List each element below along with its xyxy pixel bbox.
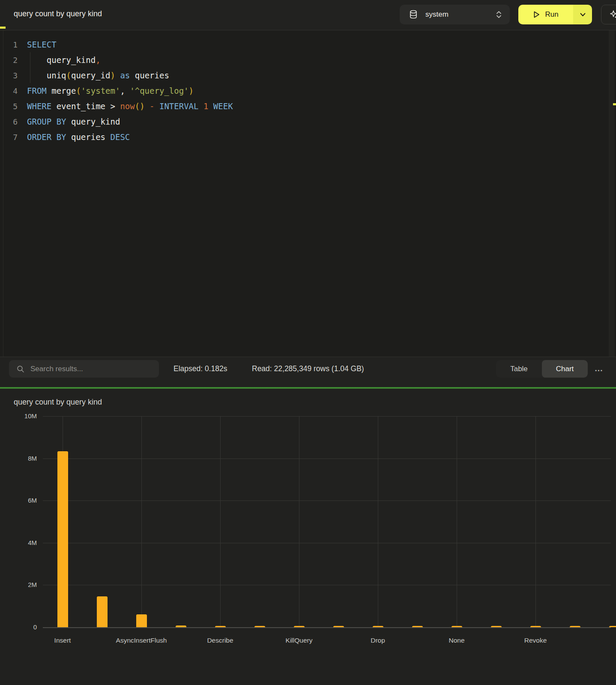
sql-token: query_kind [71, 117, 120, 126]
sql-token: > [111, 101, 115, 111]
code-line: 7ORDER BY queries DESC [0, 129, 616, 145]
chart-bar [373, 626, 383, 627]
run-button-label: Run [545, 10, 558, 19]
sql-token: WEEK [213, 101, 233, 111]
sql-editor[interactable]: 1SELECT2 query_kind,3 uniq(query_id) as … [0, 30, 616, 357]
sql-token [105, 132, 110, 142]
chart-bar [530, 626, 541, 627]
code-line: 5WHERE event_time > now() - INTERVAL 1 W… [0, 98, 616, 114]
run-split-button: Run [518, 5, 592, 24]
chart-bar [570, 626, 580, 627]
editor-scroll-marker [0, 27, 6, 29]
sql-token: WHERE [27, 101, 51, 111]
code-line: 3 uniq(query_id) as queries [0, 68, 616, 83]
sql-token: , [120, 86, 130, 95]
search-icon [17, 365, 24, 373]
unfold-icon [496, 10, 502, 19]
sql-token: 'system' [81, 86, 120, 95]
sql-token: event_time [57, 101, 105, 111]
sql-token: () [135, 101, 145, 111]
gridline [141, 416, 142, 627]
database-selector[interactable]: system [400, 5, 510, 24]
gridline [220, 416, 221, 627]
sql-token: 1 [203, 101, 208, 111]
sql-token: SELECT [27, 40, 57, 49]
database-name: system [425, 10, 496, 19]
code-text: GROUP BY query_kind [27, 117, 120, 126]
search-box[interactable] [9, 360, 159, 378]
overview-ruler-marker [613, 103, 616, 105]
sql-token: INTERVAL [159, 101, 199, 111]
x-axis-label: Insert [28, 637, 97, 644]
sql-token: merge [51, 86, 76, 95]
sql-token: as [120, 71, 130, 80]
sql-token: uniq [47, 71, 66, 80]
chart-bar [97, 596, 108, 627]
chart-bar [452, 626, 462, 627]
x-axis-label: Drop [344, 637, 412, 644]
sql-token: ) [111, 71, 115, 80]
sql-token: ORDER BY [27, 132, 66, 142]
sql-token: , [96, 55, 100, 65]
code-text: FROM merge('system', '^query_log') [27, 86, 194, 95]
code-line: 6GROUP BY query_kind [0, 114, 616, 129]
x-axis-label: KillQuery [265, 637, 333, 644]
editor-scrollbar[interactable] [609, 30, 615, 357]
gridline [535, 416, 536, 627]
tab-table[interactable]: Table [496, 360, 542, 378]
sql-token: FROM [27, 86, 47, 95]
sql-token: query_kind [47, 55, 96, 65]
sql-token [208, 101, 213, 111]
sparkles-icon [608, 9, 616, 20]
more-options-button[interactable]: ... [592, 362, 606, 375]
code-text: ORDER BY queries DESC [27, 132, 130, 142]
x-axis-label: Revoke [501, 637, 570, 644]
sql-token: query_id [71, 71, 111, 80]
sql-token: '^query_log' [130, 86, 188, 95]
read-stat: Read: 22,285,349 rows (1.04 GB) [252, 364, 364, 373]
ellipsis-icon: ... [595, 364, 603, 373]
gridline [43, 459, 611, 459]
chart-bar [609, 626, 616, 627]
gridline [299, 416, 299, 627]
gridline [43, 585, 611, 585]
play-icon [533, 11, 540, 18]
chart-title: query count by query kind [14, 398, 102, 407]
indent-guide [30, 52, 30, 83]
code-line: 1SELECT [0, 37, 616, 52]
view-toggle: Table Chart [496, 360, 588, 378]
results-toolbar: Elapsed: 0.182s Read: 22,285,349 rows (1… [0, 357, 616, 387]
sql-token: DESC [111, 132, 130, 142]
chart-bar [491, 626, 502, 627]
tab-chart[interactable]: Chart [542, 360, 588, 378]
assistant-button[interactable] [601, 5, 616, 24]
x-axis-line [43, 627, 611, 628]
sql-token: queries [71, 132, 105, 142]
x-axis-label: None [422, 637, 491, 644]
sql-token [51, 101, 56, 111]
y-axis-label: 2M [11, 581, 37, 588]
y-axis-label: 0 [11, 623, 37, 631]
header-bar: query count by query kind system [0, 0, 616, 30]
code-text: WHERE event_time > now() - INTERVAL 1 WE… [27, 101, 233, 111]
x-axis-label: Describe [186, 637, 254, 644]
gridline [457, 416, 457, 627]
sql-token [115, 101, 120, 111]
chevron-down-icon [580, 13, 586, 17]
sql-token [130, 71, 135, 80]
chart-bar [333, 626, 344, 627]
sql-token: GROUP BY [27, 117, 66, 126]
sql-token: now [120, 101, 135, 111]
run-button[interactable]: Run [518, 5, 573, 24]
code-text: query_kind, [27, 55, 101, 65]
chart-bar [294, 626, 305, 627]
run-options-dropdown[interactable] [573, 5, 592, 24]
sql-token [105, 101, 110, 111]
query-title: query count by query kind [14, 9, 102, 18]
sql-token [115, 71, 120, 80]
chart-bar [136, 614, 147, 627]
search-results-input[interactable] [30, 364, 151, 374]
gridline [378, 416, 378, 627]
y-axis-label: 8M [11, 455, 37, 462]
sql-token [155, 101, 159, 111]
